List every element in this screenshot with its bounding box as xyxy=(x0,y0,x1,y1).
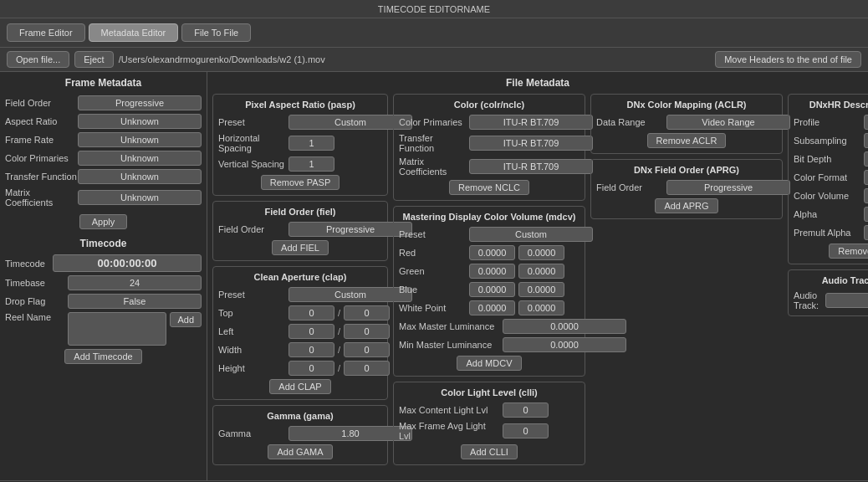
eject-button[interactable]: Eject xyxy=(74,51,113,68)
add-clli-button[interactable]: Add CLLI xyxy=(461,444,518,459)
mdcv-red-2[interactable] xyxy=(518,245,564,260)
clap-left-input2[interactable] xyxy=(344,324,390,339)
tab-metadata-editor[interactable]: Metadata Editor xyxy=(89,23,179,42)
audio-track-input[interactable] xyxy=(825,293,868,308)
dnxhr-description-section: DNxHR Description (ADHR) Profile Subsamp… xyxy=(788,94,868,264)
remove-pasp-button[interactable]: Remove PASP xyxy=(261,175,340,190)
title-bar: TIMECODE EDITORNAME xyxy=(0,0,868,18)
mdcv-title: Mastering Display Color Volume (mdcv) xyxy=(399,212,580,222)
mdcv-preset-input[interactable] xyxy=(469,227,593,242)
timebase-input[interactable] xyxy=(68,275,202,290)
add-timecode-button[interactable]: Add Timecode xyxy=(64,349,141,364)
clli-title: Color Light Level (clli) xyxy=(399,387,580,397)
clap-width-label: Width xyxy=(218,345,285,355)
file-path: /Users/olexandrmogurenko/Downloads/w2 (1… xyxy=(119,54,710,64)
drop-flag-row: Drop Flag xyxy=(5,294,202,309)
mdcv-red-1[interactable] xyxy=(469,245,515,260)
drop-flag-input[interactable] xyxy=(68,294,202,309)
tab-bar: Frame Editor Metadata Editor File To Fil… xyxy=(0,18,868,48)
clap-left-input1[interactable] xyxy=(288,324,334,339)
clap-height-input2[interactable] xyxy=(344,361,390,376)
pasp-preset-label: Preset xyxy=(218,117,285,127)
remove-nclc-button[interactable]: Remove NCLC xyxy=(449,180,529,195)
matrix-coefficients-value[interactable] xyxy=(78,190,202,205)
aspect-ratio-value[interactable] xyxy=(78,114,202,129)
transfer-function-row: Transfer Function xyxy=(5,169,202,184)
clli-max-frame[interactable] xyxy=(503,423,549,438)
mdcv-preset-label: Preset xyxy=(399,229,466,239)
add-clap-button[interactable]: Add CLAP xyxy=(269,379,330,394)
color-primaries-row: Color Primaries xyxy=(5,151,202,166)
file-bar: Open file... Eject /Users/olexandrmogure… xyxy=(0,48,868,72)
reel-name-textarea[interactable] xyxy=(68,312,166,346)
clli-max-frame-label: Max Frame Avg Light Lvl xyxy=(399,421,499,441)
mdcv-white-label: White Point xyxy=(399,303,466,313)
clean-aperture-section: Clean Aperture (clap) Preset Top / Left xyxy=(212,266,388,400)
adhr-premult-input[interactable] xyxy=(864,225,868,240)
timecode-input[interactable] xyxy=(53,254,202,272)
color-transfer-field[interactable] xyxy=(469,136,593,151)
adhr-color-format-input[interactable] xyxy=(864,170,868,185)
color-title: Color (colr/nclc) xyxy=(399,100,580,110)
tab-frame-editor[interactable]: Frame Editor xyxy=(7,23,85,42)
clap-height-input1[interactable] xyxy=(288,361,334,376)
mdcv-green-2[interactable] xyxy=(518,264,564,279)
pixel-aspect-ratio-section: Pixel Aspect Ratio (pasp) Preset Horizon… xyxy=(212,94,388,196)
open-file-button[interactable]: Open file... xyxy=(7,51,69,68)
adhr-alpha-input[interactable] xyxy=(864,207,868,222)
right-panel: File Metadata Pixel Aspect Ratio (pasp) … xyxy=(207,72,868,480)
mdcv-green-label: Green xyxy=(399,266,466,276)
mdcv-white-1[interactable] xyxy=(469,300,515,315)
add-aprg-button[interactable]: Add APRG xyxy=(655,198,717,213)
reel-name-label: Reel Name xyxy=(5,312,68,322)
mastering-display-section: Mastering Display Color Volume (mdcv) Pr… xyxy=(393,206,585,377)
mdcv-blue-2[interactable] xyxy=(518,282,564,297)
color-primaries-field[interactable] xyxy=(469,115,593,130)
frame-metadata-apply-button[interactable]: Apply xyxy=(79,214,128,229)
audio-track-label: Audio Track: xyxy=(794,290,819,310)
remove-aclr-button[interactable]: Remove ACLR xyxy=(647,133,727,148)
color-primaries-value[interactable] xyxy=(78,151,202,166)
timebase-label: Timebase xyxy=(5,278,68,288)
clli-max-content[interactable] xyxy=(503,403,549,418)
fiel-title: Field Order (fiel) xyxy=(218,207,382,217)
adhr-subsampling-input[interactable] xyxy=(864,133,868,148)
tab-file-to-file[interactable]: File To File xyxy=(181,23,251,42)
pasp-vertical-label: Vertical Spacing xyxy=(218,159,285,169)
clap-top-input2[interactable] xyxy=(344,305,390,320)
matrix-coefficients-row: Matrix Coefficients xyxy=(5,187,202,208)
aclr-input[interactable] xyxy=(666,115,790,130)
adhr-bit-depth-input[interactable] xyxy=(864,151,868,167)
adhr-subsampling-label: Subsampling xyxy=(794,136,860,146)
clap-height-label: Height xyxy=(218,363,285,373)
add-gama-button[interactable]: Add GAMA xyxy=(268,444,332,459)
color-matrix-field[interactable] xyxy=(469,159,593,174)
clap-top-input1[interactable] xyxy=(288,305,334,320)
add-fiel-button[interactable]: Add FIEL xyxy=(272,240,329,255)
mdcv-green-1[interactable] xyxy=(469,264,515,279)
frame-rate-value[interactable] xyxy=(78,132,202,147)
pasp-horizontal-input[interactable] xyxy=(288,136,334,151)
mdcv-white-2[interactable] xyxy=(518,300,564,315)
add-mdcv-button[interactable]: Add MDCV xyxy=(457,356,521,371)
pasp-vertical-input[interactable] xyxy=(288,156,334,172)
reel-name-row: Reel Name Add xyxy=(5,312,202,346)
mdcv-blue-1[interactable] xyxy=(469,282,515,297)
transfer-function-value[interactable] xyxy=(78,169,202,184)
remove-adhr-button[interactable]: Remove ADHR xyxy=(829,244,868,259)
aclr-label: Data Range xyxy=(596,117,663,127)
reel-name-add-button[interactable]: Add xyxy=(170,312,202,327)
clap-preset-label: Preset xyxy=(218,290,285,300)
mdcv-min-lum-label: Min Master Luminance xyxy=(399,340,499,350)
color-matrix-label: Matrix Coefficients xyxy=(399,156,466,177)
adhr-color-volume-input[interactable] xyxy=(864,188,868,203)
dnx-field-order-section: DNx Field Order (APRG) Field Order Add A… xyxy=(590,159,783,219)
clap-width-input1[interactable] xyxy=(288,342,334,357)
clap-width-input2[interactable] xyxy=(344,342,390,357)
aprg-input[interactable] xyxy=(666,180,790,195)
adhr-profile-input[interactable] xyxy=(864,115,868,130)
field-order-value[interactable] xyxy=(78,95,202,110)
color-light-section: Color Light Level (clli) Max Content Lig… xyxy=(393,382,585,465)
move-headers-button[interactable]: Move Headers to the end of file xyxy=(715,51,861,68)
fiel-label: Field Order xyxy=(218,224,285,234)
